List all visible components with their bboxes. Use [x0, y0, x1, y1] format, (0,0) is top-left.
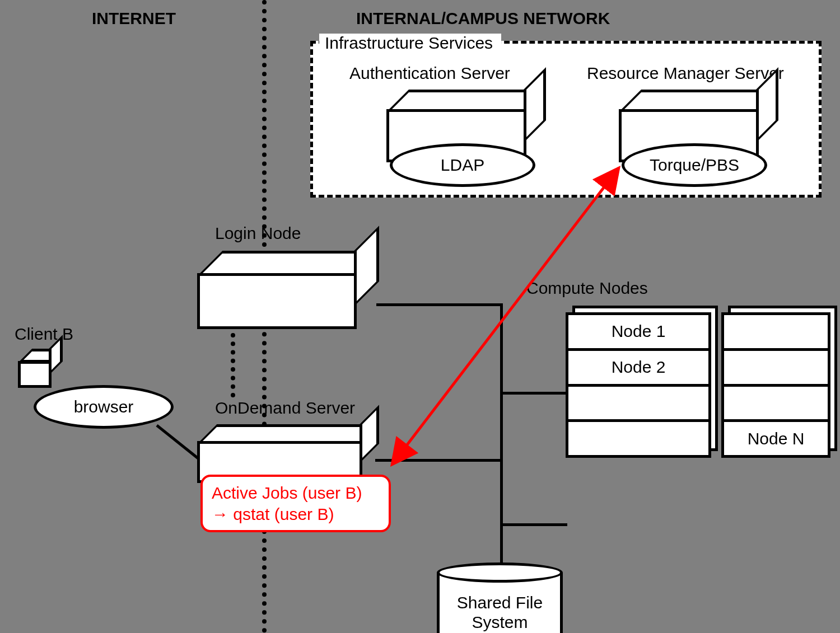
header-internal: INTERNAL/CAMPUS NETWORK [356, 9, 610, 28]
active-jobs-callout: Active Jobs (user B) → qstat (user B) [200, 475, 391, 532]
node-blank-l3 [566, 384, 711, 423]
callout-line2: → qstat (user B) [212, 504, 380, 525]
node-blank-r2 [721, 348, 830, 387]
callout-line1: Active Jobs (user B) [212, 482, 380, 504]
header-internet: INTERNET [92, 9, 176, 28]
rm-server-label: Resource Manager Server [587, 64, 784, 83]
node-n: Node N [721, 419, 830, 458]
diagram-stage: INTERNET INTERNAL/CAMPUS NETWORK Infrast… [0, 0, 840, 633]
login-node-label: Login Node [215, 224, 301, 243]
node-1: Node 1 [566, 312, 711, 351]
browser-ellipse: browser [34, 385, 174, 429]
shared-file-system: Shared File System [437, 562, 563, 633]
conn-bus-db-h [500, 523, 567, 526]
client-box [18, 349, 63, 388]
compute-label: Compute Nodes [526, 279, 648, 298]
ldap-ellipse: LDAP [390, 143, 535, 187]
conn-login-bus [376, 303, 502, 306]
conn-ondemand-bus [375, 459, 503, 462]
node-blank-l4 [566, 419, 711, 458]
node-blank-r1 [721, 312, 830, 351]
infrastructure-title: Infrastructure Services [319, 34, 501, 56]
compute-stack-right: Node N [721, 312, 830, 458]
svg-line-0 [157, 425, 199, 459]
ondemand-label: OnDemand Server [215, 398, 355, 418]
auth-server-label: Authentication Server [349, 64, 510, 83]
node-blank-r3 [721, 384, 830, 423]
bus-vertical [500, 303, 503, 588]
compute-stack-left: Node 1 Node 2 [566, 312, 711, 458]
node-2: Node 2 [566, 348, 711, 387]
login-node-box [197, 251, 376, 329]
torquepbs-ellipse: Torque/PBS [622, 143, 767, 187]
client-label: Client B [15, 325, 73, 344]
conn-bus-compute [500, 392, 567, 395]
db-line2: System [437, 613, 563, 632]
db-line1: Shared File [437, 593, 563, 613]
login-to-ondemand-dots [231, 333, 235, 397]
